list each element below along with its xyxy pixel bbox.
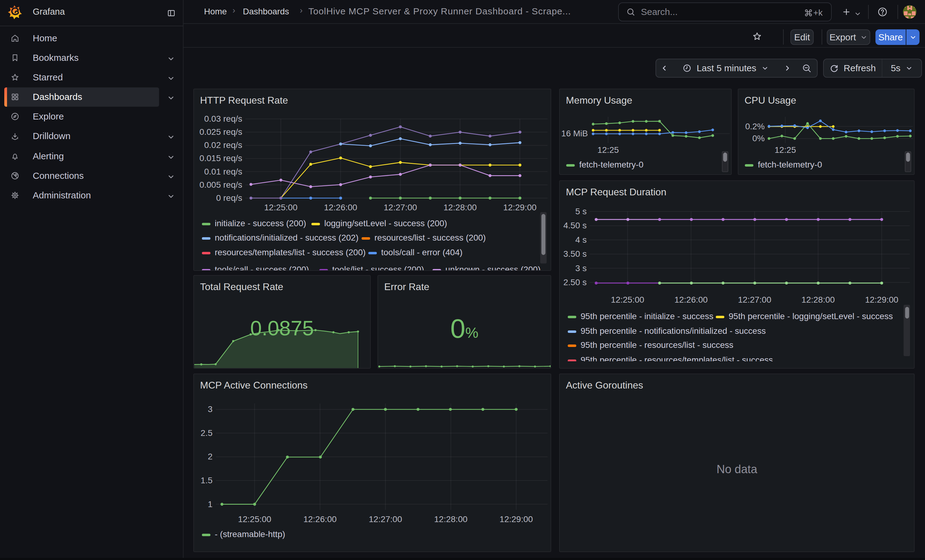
svg-text:0 req/s: 0 req/s bbox=[216, 193, 242, 203]
svg-text:12:28:00: 12:28:00 bbox=[443, 203, 477, 212]
svg-text:4 s: 4 s bbox=[575, 235, 587, 245]
svg-text:12:27:00: 12:27:00 bbox=[369, 515, 402, 524]
svg-text:0.01 req/s: 0.01 req/s bbox=[204, 167, 242, 176]
svg-text:0.005 req/s: 0.005 req/s bbox=[199, 180, 242, 189]
svg-text:0.02 req/s: 0.02 req/s bbox=[204, 140, 242, 150]
svg-text:12:29:00: 12:29:00 bbox=[865, 295, 898, 305]
svg-text:0%: 0% bbox=[752, 134, 765, 143]
svg-text:2.5: 2.5 bbox=[201, 428, 212, 438]
svg-text:0.025 req/s: 0.025 req/s bbox=[199, 127, 242, 137]
svg-text:12:28:00: 12:28:00 bbox=[434, 515, 467, 524]
svg-text:16 MiB: 16 MiB bbox=[561, 129, 588, 138]
svg-text:3: 3 bbox=[208, 404, 212, 414]
svg-text:12:29:00: 12:29:00 bbox=[500, 515, 533, 524]
svg-text:12:26:00: 12:26:00 bbox=[303, 515, 337, 524]
svg-text:12:27:00: 12:27:00 bbox=[738, 295, 771, 305]
svg-text:12:25:00: 12:25:00 bbox=[611, 295, 644, 305]
svg-text:12:26:00: 12:26:00 bbox=[324, 203, 357, 212]
svg-text:12:26:00: 12:26:00 bbox=[675, 295, 708, 305]
svg-text:12:29:00: 12:29:00 bbox=[503, 203, 536, 212]
svg-text:1: 1 bbox=[208, 500, 212, 509]
svg-text:12:28:00: 12:28:00 bbox=[801, 295, 835, 305]
svg-text:2.50 s: 2.50 s bbox=[563, 278, 587, 287]
svg-text:4.50 s: 4.50 s bbox=[563, 221, 587, 230]
svg-text:12:25: 12:25 bbox=[597, 145, 619, 155]
svg-text:0.2%: 0.2% bbox=[745, 122, 765, 131]
svg-text:0.03 req/s: 0.03 req/s bbox=[204, 114, 242, 123]
svg-text:3.50 s: 3.50 s bbox=[563, 249, 587, 258]
svg-text:1.5: 1.5 bbox=[201, 476, 212, 485]
svg-text:5 s: 5 s bbox=[575, 207, 587, 216]
svg-text:3 s: 3 s bbox=[575, 263, 587, 273]
svg-text:12:25:00: 12:25:00 bbox=[264, 203, 298, 212]
svg-text:12:25:00: 12:25:00 bbox=[238, 515, 271, 524]
svg-text:2: 2 bbox=[208, 452, 212, 461]
svg-text:12:25: 12:25 bbox=[774, 145, 796, 155]
svg-text:12:27:00: 12:27:00 bbox=[384, 203, 417, 212]
svg-text:0.015 req/s: 0.015 req/s bbox=[199, 153, 242, 163]
